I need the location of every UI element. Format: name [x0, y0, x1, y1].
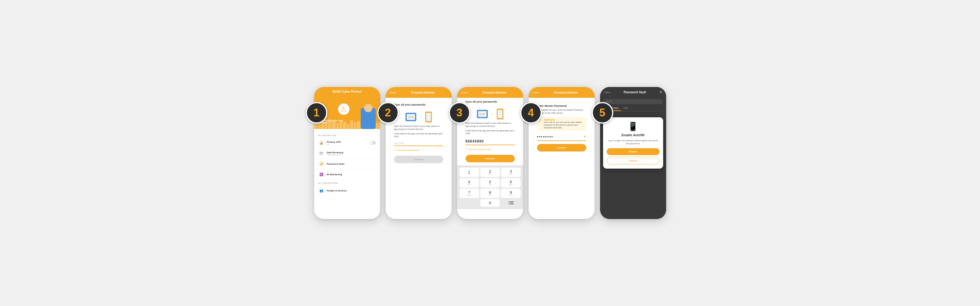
num-key-1[interactable]: 1: [460, 168, 479, 177]
vpn-toggle[interactable]: [369, 141, 376, 144]
step-2-bubble: 2: [377, 102, 399, 124]
avatar-figure: [361, 108, 376, 129]
back-label-3: Back: [462, 91, 468, 94]
svg-rect-0: [314, 123, 317, 129]
password-dots: ••••••••: [537, 135, 554, 139]
vault-title: Password Vault: [612, 90, 657, 94]
password-vault-icon: 🔑: [318, 161, 325, 167]
autofill-desc: Log in to apps and websites without typi…: [607, 139, 660, 145]
reminder-box: ⓘ REMINDER From now on, you can use the …: [537, 117, 586, 131]
id-monitoring-text: ID Monitoring: [327, 173, 376, 176]
step-3-wrapper: 3 ‹ Back Connect devices Sync all your p…: [457, 87, 523, 219]
sync-code-value-3[interactable]: 66845990: [466, 139, 515, 143]
vault-header: ‹ Back Password Vault ⚙: [600, 87, 666, 97]
vpn-text: Privacy VPN Off: [327, 141, 367, 145]
password-vault-title: Password Vault: [327, 163, 376, 165]
step-1-wrapper: 1 BOXX Cyber Protect: [314, 87, 380, 219]
num-key-8[interactable]: 8TUV: [480, 189, 500, 198]
id-monitoring-icon: 🆔: [318, 171, 325, 177]
num-key-3[interactable]: 3DEF: [501, 168, 520, 177]
device-num-3: 12345: [479, 113, 485, 115]
help-link-2[interactable]: ⓘ How does syncing work?: [390, 147, 447, 153]
device-screen-3: 12345: [478, 111, 487, 117]
phone-1-body: MY PROTECTION 🔒 Privacy VPN Off 🛡 Safe B…: [314, 129, 380, 219]
menu-item-people-devices[interactable]: 👥 People & Devices: [318, 186, 376, 196]
vault-tab-edit[interactable]: EDIT: [621, 106, 631, 111]
num-key-0[interactable]: 0: [480, 199, 500, 207]
sync-arrow-3-icon: →: [490, 112, 494, 116]
main-scene: 1 BOXX Cyber Protect: [0, 0, 980, 306]
vault-gear-icon[interactable]: ⚙: [659, 90, 663, 94]
info-icon-2: ⓘ: [394, 149, 396, 152]
my-protection-label: MY PROTECTION: [318, 135, 376, 136]
sync-desc-3: Open the Password Vault on your other de…: [461, 122, 519, 128]
id-monitoring-title: ID Monitoring: [327, 173, 376, 176]
num-key-9[interactable]: 9WXYZ: [501, 189, 520, 198]
sync-arrow-icon: →: [419, 114, 423, 119]
vpn-subtitle: Off: [327, 143, 367, 145]
avatar: [359, 105, 377, 129]
vpn-title: Privacy VPN: [327, 141, 367, 143]
svg-rect-11: [354, 122, 356, 129]
avatar-head: [364, 104, 372, 112]
menu-item-safe-browsing[interactable]: 🛡 Safe Browsing Safe browsing info: [318, 148, 376, 159]
connect-devices-title-2: Connect devices: [398, 91, 448, 94]
reminder-content: REMINDER From now on, you can use the sa…: [544, 119, 584, 129]
laptop-device-icon: 12345: [406, 113, 416, 121]
device-screen: 12345: [407, 114, 415, 120]
sync-code-box-2: Sync Code: [394, 141, 443, 146]
back-button-2[interactable]: ‹ Back: [389, 91, 396, 94]
back-button-5[interactable]: ‹ Back: [604, 90, 611, 94]
phone-3-header: ‹ Back Connect devices: [457, 87, 523, 98]
device-num: 12345: [408, 116, 414, 118]
step-4-bubble: 4: [520, 102, 542, 124]
numpad-3: 1 2ABC 3DEF 4GHI 5JKL 6MNO 7PQRS 8TUV 9W…: [457, 165, 523, 209]
autofill-phone-icon: 📱: [607, 122, 660, 132]
sync-desc-2: Open the Password Vault on your other de…: [390, 125, 447, 131]
sync-code-label-2: Sync Code: [394, 142, 443, 144]
menu-item-vpn[interactable]: 🔒 Privacy VPN Off: [318, 138, 376, 148]
back-chevron-3-icon: ‹: [461, 91, 461, 94]
back-button-3[interactable]: ‹ Back: [461, 91, 468, 94]
menu-item-id-monitoring[interactable]: 🆔 ID Monitoring: [318, 169, 376, 180]
people-devices-title: People & Devices: [327, 189, 376, 192]
phone-2-header: ‹ Back Connect devices: [386, 87, 452, 98]
eye-icon[interactable]: 👁: [583, 135, 586, 138]
num-key-7[interactable]: 7PQRS: [460, 189, 479, 198]
people-devices-text: People & Devices: [327, 189, 376, 192]
phone-device-inner-3: [498, 110, 503, 118]
back-chevron-icon: ‹: [389, 91, 390, 94]
phone-device-icon: [425, 112, 432, 122]
num-key-5[interactable]: 5JKL: [480, 178, 500, 187]
vault-search[interactable]: Search: [603, 99, 663, 104]
password-vault-text: Password Vault: [327, 163, 376, 165]
reminder-title: REMINDER: [544, 119, 584, 121]
menu-item-password-vault[interactable]: 🔑 Password Vault: [318, 159, 376, 169]
help-text-3: How does syncing work?: [469, 148, 492, 150]
safe-browsing-icon: 🛡: [318, 150, 325, 156]
sync-desc2-3: Come back to this app and enter the gene…: [461, 129, 519, 135]
reminder-icon: ⓘ: [539, 119, 542, 123]
autofill-ok-button[interactable]: Enable: [607, 148, 660, 155]
vault-body: amazon.com user@mail.com google.com user…: [600, 111, 666, 219]
autofill-cancel-button[interactable]: Cancel: [607, 157, 660, 164]
num-key-backspace[interactable]: ⌫: [501, 199, 520, 207]
svg-rect-9: [347, 124, 350, 129]
num-key-2[interactable]: 2ABC: [480, 168, 500, 177]
help-link-3[interactable]: ⓘ How does syncing work?: [461, 146, 519, 152]
connect-button-2[interactable]: Connect: [394, 156, 443, 163]
sync-title-3: Sync all your passwords: [461, 98, 519, 105]
confirm-button[interactable]: Confirm: [537, 144, 586, 152]
phone-device-3-icon: [497, 109, 503, 119]
password-field[interactable]: •••••••• 👁: [537, 133, 586, 141]
connect-button-3[interactable]: Connect: [466, 155, 515, 162]
connect-devices-title-3: Connect devices: [469, 91, 520, 94]
autofill-modal: 📱 Enable Autofill Log in to apps and web…: [603, 117, 663, 169]
back-button-4[interactable]: ‹ Back: [532, 91, 539, 94]
phone-4-header: ‹ Back Connect devices: [528, 87, 595, 98]
safe-browsing-title: Safe Browsing: [327, 151, 376, 154]
help-text-2: How does syncing work?: [397, 149, 420, 151]
num-key-6[interactable]: 6MNO: [501, 178, 520, 187]
safe-browsing-subtitle: Safe browsing info: [327, 154, 376, 156]
num-key-4[interactable]: 4GHI: [460, 178, 479, 187]
